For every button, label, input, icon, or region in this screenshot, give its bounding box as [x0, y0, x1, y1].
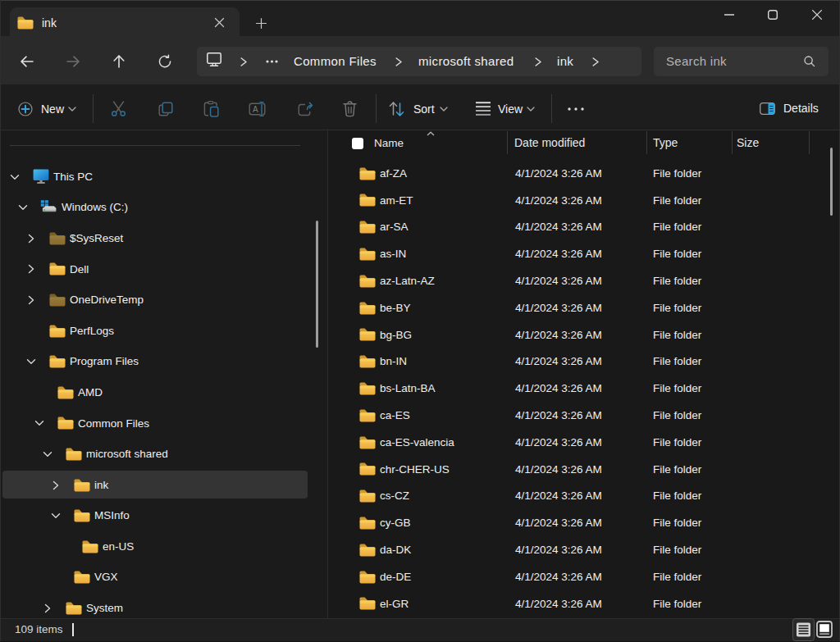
svg-text:A: A [253, 105, 258, 114]
